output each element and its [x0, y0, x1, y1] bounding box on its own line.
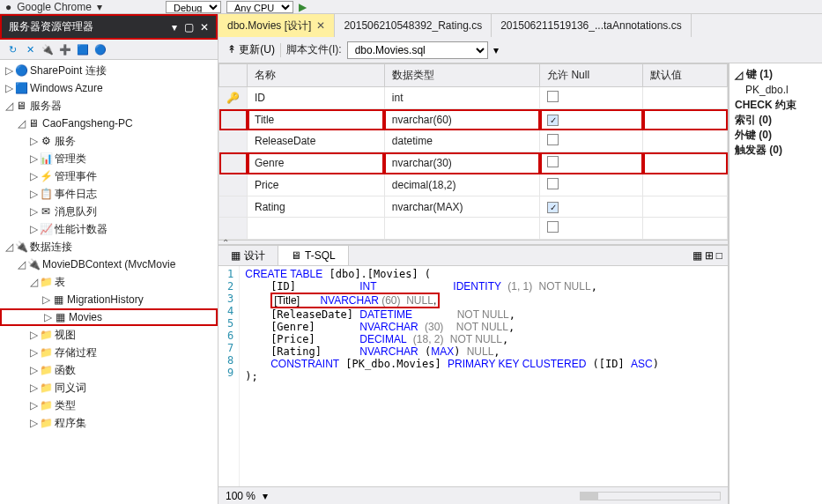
- tree-item[interactable]: ▷✉消息队列: [0, 203, 218, 220]
- zoom-level[interactable]: 100 %: [226, 490, 255, 502]
- tree-item[interactable]: ▷📁类型: [0, 397, 218, 414]
- play-icon[interactable]: ▶: [299, 1, 307, 13]
- table-row[interactable]: ReleaseDatedatetime: [219, 130, 728, 152]
- tree-item[interactable]: ◿🔌数据连接: [0, 238, 218, 256]
- tree-item[interactable]: ◿🔌MovieDBContext (MvcMovie: [0, 256, 218, 273]
- index-section[interactable]: 索引 (0): [735, 113, 817, 128]
- table-row[interactable]: Titlenvarchar(60)✓: [219, 109, 728, 130]
- close-icon[interactable]: ✕: [316, 19, 325, 32]
- columns-grid[interactable]: 名称 数据类型 允许 Null 默认值 🔑IDintTitlenvarchar(…: [218, 63, 728, 240]
- tree-item[interactable]: ▷📈性能计数器: [0, 220, 218, 238]
- col-name-header[interactable]: 名称: [248, 64, 385, 87]
- close-icon[interactable]: ✕: [200, 21, 209, 33]
- tree-item[interactable]: ▷📁同义词: [0, 379, 218, 397]
- nullable-checkbox[interactable]: ✓: [547, 115, 559, 126]
- refresh-icon[interactable]: ↻: [5, 42, 19, 56]
- server-explorer-title: 服务器资源管理器 ▾ ▢ ✕: [0, 14, 218, 40]
- table-row[interactable]: 🔑IDint: [219, 87, 728, 109]
- pk-item[interactable]: PK_dbo.l: [735, 82, 817, 98]
- tree-item[interactable]: ▷📁存储过程: [0, 344, 218, 361]
- document-tab[interactable]: dbo.Movies [设计]✕: [218, 14, 335, 37]
- trigger-section[interactable]: 触发器 (0): [735, 143, 817, 158]
- server-explorer-toolbar: ↻ ✕ 🔌 ➕ 🟦 🔵: [0, 40, 218, 60]
- tree-item[interactable]: ▷📁函数: [0, 361, 218, 379]
- tree-item[interactable]: ▷🔵SharePoint 连接: [0, 62, 218, 79]
- tree-item[interactable]: ◿🖥服务器: [0, 97, 218, 115]
- document-tabs[interactable]: dbo.Movies [设计]✕201506210548392_Rating.c…: [218, 14, 822, 37]
- sql-code[interactable]: CREATE TABLE [dbo].[Movies] ( [ID] INT I…: [240, 266, 728, 486]
- design-tab[interactable]: ▦ 设计: [218, 246, 278, 265]
- tree-item[interactable]: ▷📋事件日志: [0, 185, 218, 203]
- table-row[interactable]: Pricedecimal(18,2): [219, 174, 728, 196]
- nullable-checkbox[interactable]: [547, 178, 559, 189]
- tree-item[interactable]: ▷🟦Windows Azure: [0, 79, 218, 97]
- col-type-header[interactable]: 数据类型: [384, 64, 539, 87]
- nullable-checkbox[interactable]: ✓: [547, 202, 559, 213]
- tree-item[interactable]: ▷📊管理类: [0, 150, 218, 167]
- tb-icon[interactable]: ⊞: [705, 249, 714, 262]
- nullable-checkbox[interactable]: [547, 156, 559, 167]
- tree-item[interactable]: ◿📁表: [0, 273, 218, 291]
- sp-icon[interactable]: 🔵: [93, 42, 107, 56]
- tree-item[interactable]: ▷📁视图: [0, 326, 218, 344]
- tree-item[interactable]: ▷⚙服务: [0, 132, 218, 150]
- dropdown-icon[interactable]: ▾: [172, 21, 177, 33]
- table-properties-panel: ◿ 键 (1) PK_dbo.l CHECK 约束 索引 (0) 外键 (0) …: [729, 63, 822, 504]
- splitter[interactable]: [218, 240, 728, 245]
- config-combo[interactable]: Debug: [166, 1, 221, 13]
- nullable-checkbox[interactable]: [547, 134, 559, 145]
- table-row[interactable]: Ratingnvarchar(MAX)✓: [219, 196, 728, 218]
- stop-icon[interactable]: ✕: [23, 42, 37, 56]
- fk-section[interactable]: 外键 (0): [735, 128, 817, 143]
- scriptfile-combo[interactable]: dbo.Movies.sql: [347, 41, 488, 59]
- tb-icon[interactable]: □: [716, 249, 722, 262]
- document-tab[interactable]: 201506211519136_...taAnnotations.cs: [492, 14, 692, 37]
- tree-item[interactable]: ▷▦Movies: [0, 308, 218, 326]
- pin-icon[interactable]: ▢: [184, 21, 194, 33]
- sql-editor[interactable]: 123456789 CREATE TABLE [dbo].[Movies] ( …: [218, 266, 728, 486]
- check-section[interactable]: CHECK 约束: [735, 98, 817, 113]
- col-null-header[interactable]: 允许 Null: [540, 64, 643, 87]
- azure-icon[interactable]: 🟦: [76, 42, 90, 56]
- key-icon: 🔑: [226, 92, 240, 104]
- tb-icon[interactable]: ▦: [692, 249, 702, 262]
- chrome-icon: ●: [5, 1, 11, 13]
- platform-combo[interactable]: Any CPU: [226, 1, 293, 13]
- keys-section[interactable]: ◿ 键 (1): [735, 67, 817, 82]
- connect-icon[interactable]: 🔌: [41, 42, 55, 56]
- nullable-checkbox[interactable]: [547, 91, 559, 102]
- tree-item[interactable]: ▷▦MigrationHistory: [0, 291, 218, 308]
- tree-item[interactable]: ▷⚡管理事件: [0, 167, 218, 185]
- table-row[interactable]: Genrenvarchar(30): [219, 152, 728, 174]
- document-tab[interactable]: 201506210548392_Rating.cs: [335, 14, 492, 37]
- tsql-tab[interactable]: 🖥 T-SQL: [278, 246, 349, 265]
- chrome-label: Google Chrome: [17, 1, 92, 13]
- add-icon[interactable]: ➕: [58, 42, 72, 56]
- server-explorer-tree[interactable]: ▷🔵SharePoint 连接▷🟦Windows Azure◿🖥服务器◿🖥Cao…: [0, 60, 218, 504]
- col-default-header[interactable]: 默认值: [643, 64, 728, 87]
- tree-item[interactable]: ▷📁程序集: [0, 414, 218, 432]
- tree-item[interactable]: ◿🖥CaoFangsheng-PC: [0, 115, 218, 132]
- scriptfile-label: 脚本文件(I):: [286, 42, 342, 57]
- update-button[interactable]: ↟ 更新(U): [227, 42, 275, 57]
